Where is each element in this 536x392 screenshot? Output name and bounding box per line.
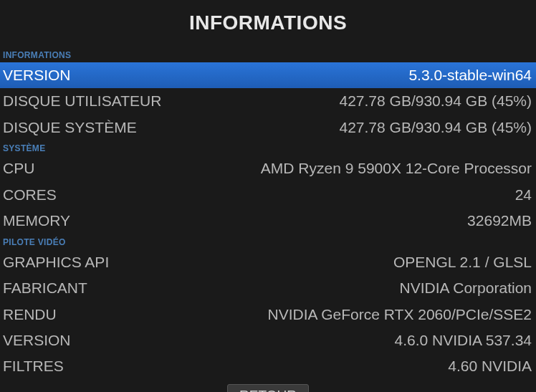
row-graphics-api-label: GRAPHICS API (3, 252, 109, 273)
row-disque-utilisateur-label: DISQUE UTILISATEUR (3, 90, 161, 112)
row-graphics-api[interactable]: GRAPHICS API OPENGL 2.1 / GLSL (0, 249, 536, 275)
section-header-informations: INFORMATIONS (0, 47, 536, 62)
back-button[interactable]: RETOUR (227, 384, 309, 392)
row-disque-systeme-value: 427.78 GB/930.94 GB (45%) (340, 117, 532, 138)
row-disque-utilisateur-value: 427.78 GB/930.94 GB (45%) (340, 90, 532, 112)
row-cpu[interactable]: CPU AMD Ryzen 9 5900X 12-Core Processor (0, 156, 536, 181)
row-version[interactable]: VERSION 5.3.0-stable-win64 (0, 62, 536, 88)
row-graphics-api-value: OPENGL 2.1 / GLSL (393, 252, 532, 273)
row-rendu[interactable]: RENDU NVIDIA GeForce RTX 2060/PCIe/SSE2 (0, 302, 536, 328)
row-filtres[interactable]: FILTRES 4.60 NVIDIA (0, 353, 536, 379)
row-cores-label: CORES (3, 184, 57, 206)
row-disque-systeme[interactable]: DISQUE SYSTÈME 427.78 GB/930.94 GB (45%) (0, 115, 536, 140)
row-fabricant-value: NVIDIA Corporation (400, 277, 532, 299)
row-version-driver-value: 4.6.0 NVIDIA 537.34 (395, 330, 532, 351)
section-header-pilote-video: PILOTE VIDÉO (0, 234, 536, 249)
row-disque-utilisateur[interactable]: DISQUE UTILISATEUR 427.78 GB/930.94 GB (… (0, 88, 536, 114)
page-title: INFORMATIONS (0, 0, 536, 47)
row-rendu-label: RENDU (3, 304, 57, 325)
row-fabricant[interactable]: FABRICANT NVIDIA Corporation (0, 275, 536, 301)
row-memory-value: 32692MB (467, 210, 532, 231)
row-filtres-label: FILTRES (3, 355, 64, 377)
row-fabricant-label: FABRICANT (3, 277, 87, 299)
row-cpu-label: CPU (3, 158, 34, 179)
section-header-systeme: SYSTÈME (0, 140, 536, 156)
row-version-driver-label: VERSION (3, 330, 71, 351)
row-cores-value: 24 (515, 184, 532, 206)
row-memory-label: MEMORY (3, 210, 70, 231)
row-filtres-value: 4.60 NVIDIA (448, 355, 532, 377)
row-version-label: VERSION (3, 64, 71, 86)
row-version-driver[interactable]: VERSION 4.6.0 NVIDIA 537.34 (0, 328, 536, 353)
row-memory[interactable]: MEMORY 32692MB (0, 208, 536, 234)
row-rendu-value: NVIDIA GeForce RTX 2060/PCIe/SSE2 (268, 304, 532, 325)
row-cores[interactable]: CORES 24 (0, 182, 536, 208)
row-version-value: 5.3.0-stable-win64 (408, 64, 532, 86)
row-cpu-value: AMD Ryzen 9 5900X 12-Core Processor (261, 158, 532, 179)
row-disque-systeme-label: DISQUE SYSTÈME (3, 117, 137, 138)
